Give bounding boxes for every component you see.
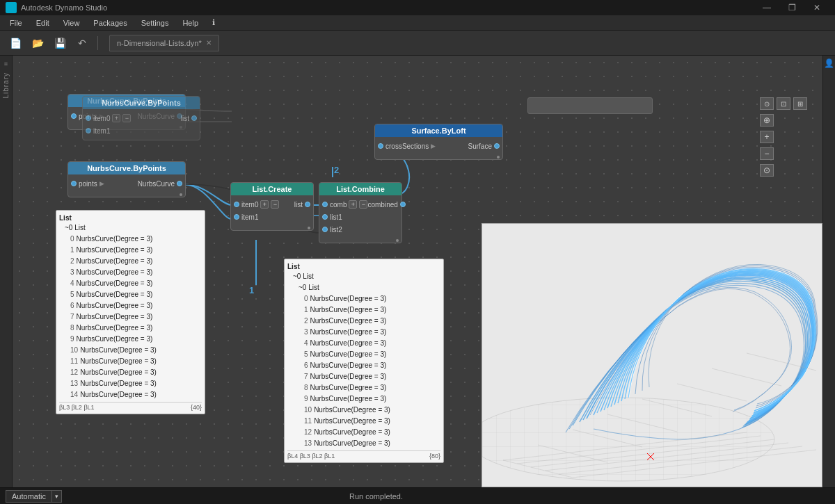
list-item-2-13: 12NurbsCurve(Degree = 3)	[287, 427, 440, 438]
canvas[interactable]: 2 1 NurbsCurve.ByPoints points ▶ NurbsCu…	[13, 56, 822, 487]
port-left-surface-cross: crossSections ▶	[375, 143, 436, 150]
port-label-nurbscurve2: NurbsCurve	[138, 180, 175, 188]
run-mode-button[interactable]: Automatic	[6, 490, 52, 503]
sidebar-toggle-icon[interactable]: ≡	[1, 58, 12, 70]
title-bar: Autodesk Dynamo Studio — ❐ ✕	[0, 0, 835, 15]
zoom-reset-btn[interactable]: ⊙	[760, 164, 774, 177]
port-right-nurbs2: NurbsCurve	[138, 180, 185, 188]
port-dot-points	[71, 113, 77, 119]
zoom-in-btn[interactable]: +	[760, 131, 774, 143]
list-item-1-12: 11NurbsCurve(Degree = 3)	[59, 356, 202, 367]
node-header-list-create: List.Create	[231, 183, 313, 195]
port-dot-surface-out	[494, 143, 500, 149]
port-dot-points2	[71, 181, 77, 186]
port-dot-combine-list2	[322, 227, 328, 232]
minimize-button[interactable]: —	[754, 0, 779, 15]
node-list-create[interactable]: List.Create item0 + − list	[230, 182, 314, 231]
list-item-1-5: 4NurbsCurve(Degree = 3)	[59, 278, 202, 289]
port-right-create-list: list	[294, 201, 313, 209]
port-row-partial-item0: item0 + − list	[83, 112, 200, 124]
port-label-combine-list1: list1	[330, 213, 342, 221]
view-toggle-row: ⊙ ⊡ ⊞	[760, 97, 807, 110]
save-button[interactable]: 💾	[50, 33, 70, 53]
node-list-combine[interactable]: List.Combine comb + − combined	[319, 182, 402, 243]
port-dot-item1-partial	[86, 128, 91, 133]
view-toggle-btn-3[interactable]: ⊞	[793, 97, 807, 110]
zoom-fit-btn[interactable]: ⊕	[760, 114, 774, 127]
port-dot-item0	[86, 115, 91, 121]
right-sidebar: 👤	[822, 56, 835, 487]
list-item-2-12: 11NurbsCurve(Degree = 3)	[287, 416, 440, 427]
new-button[interactable]: 📄	[6, 33, 25, 53]
port-right-combine-out: combined	[367, 201, 408, 209]
list-item-1-1: 0NurbsCurve(Degree = 3)	[59, 234, 202, 245]
menu-info[interactable]: ℹ	[205, 15, 222, 31]
port-dot-surface-cross	[378, 143, 383, 149]
port-left-create-item1: item1	[231, 213, 258, 221]
port-label-points2: points	[79, 180, 97, 188]
close-button[interactable]: ✕	[804, 0, 829, 15]
port-dot-create-item1	[234, 214, 239, 220]
toolbar-separator	[97, 36, 98, 50]
list-item-1-15: 14NurbsCurve(Degree = 3)	[59, 389, 202, 400]
list-item-1-2: 1NurbsCurve(Degree = 3)	[59, 245, 202, 256]
maximize-button[interactable]: ❐	[779, 0, 804, 15]
node-body-list-combine: comb + − combined list1	[319, 195, 401, 238]
port-label-surface-cross: crossSections	[385, 143, 429, 150]
list-item-2-root: ~0 List	[287, 271, 440, 282]
node-footer-surface	[375, 155, 502, 159]
list-item-2-11: 10NurbsCurve(Degree = 3)	[287, 405, 440, 416]
view-toggle-btn-1[interactable]: ⊙	[760, 97, 774, 110]
node-nurbs-partial-top[interactable]: NurbsCurve.ByPoints item0 + − list	[82, 96, 200, 140]
node-body-surface: crossSections ▶ Surface	[375, 137, 502, 155]
port-label-create-list: list	[294, 201, 303, 209]
menu-help[interactable]: Help	[175, 15, 205, 31]
view-toggle-btn-2[interactable]: ⊡	[777, 97, 790, 110]
port-minus-combine[interactable]: −	[359, 200, 367, 209]
undo-button[interactable]: ↶	[72, 33, 92, 53]
library-label[interactable]: Library	[2, 72, 10, 99]
port-left-combine-list1: list1	[319, 213, 342, 221]
list-item-2-9: 8NurbsCurve(Degree = 3)	[287, 382, 440, 393]
run-dropdown-button[interactable]: ▾	[52, 490, 62, 503]
port-left-item1-partial: item1	[83, 127, 110, 135]
tab-label: n-Dimensional-Lists.dyn*	[117, 39, 202, 47]
port-dot-create-out	[305, 202, 310, 207]
user-icon[interactable]: 👤	[824, 58, 834, 68]
left-sidebar: ≡ Library	[0, 56, 13, 487]
port-left-item0: item0 + −	[83, 114, 131, 122]
zoom-out-btn[interactable]: −	[760, 147, 774, 160]
menu-packages[interactable]: Packages	[86, 15, 134, 31]
port-arrow-surface: ▶	[431, 143, 436, 149]
menu-edit[interactable]: Edit	[29, 15, 56, 31]
port-minus-item0[interactable]: −	[122, 114, 131, 122]
list-item-1-14: 13NurbsCurve(Degree = 3)	[59, 378, 202, 389]
list-item-2-sub0: ~0 List	[287, 282, 440, 293]
node-footer-nurbs2	[68, 193, 185, 197]
menu-file[interactable]: File	[3, 15, 29, 31]
port-plus-create[interactable]: +	[260, 200, 269, 209]
list-item-2-5: 4NurbsCurve(Degree = 3)	[287, 338, 440, 349]
active-tab[interactable]: n-Dimensional-Lists.dyn* ✕	[109, 35, 219, 51]
run-control: Automatic ▾	[6, 490, 62, 503]
list-panel-1: List ~0 List 0NurbsCurve(Degree = 3) 1Nu…	[56, 210, 205, 414]
open-button[interactable]: 📂	[28, 33, 47, 53]
list-item-1-8: 7NurbsCurve(Degree = 3)	[59, 311, 202, 323]
port-minus-create[interactable]: −	[271, 200, 279, 209]
menu-view[interactable]: View	[56, 15, 87, 31]
menu-settings[interactable]: Settings	[134, 15, 176, 31]
port-plus-item0[interactable]: +	[112, 114, 120, 122]
node-nurbs-bypoints-2[interactable]: NurbsCurve.ByPoints points ▶ NurbsCurve	[67, 161, 186, 197]
run-mode-label: Automatic	[12, 492, 46, 501]
tab-close-icon[interactable]: ✕	[206, 39, 212, 47]
port-left-points2: points ▶	[68, 180, 104, 188]
port-right-surface-out: Surface	[468, 143, 502, 150]
list-item-2-10: 9NurbsCurve(Degree = 3)	[287, 393, 440, 405]
window-controls: — ❐ ✕	[754, 0, 829, 15]
port-row-surface-cross: crossSections ▶ Surface	[375, 140, 502, 152]
port-plus-combine[interactable]: +	[349, 200, 357, 209]
node-surface-byloft[interactable]: Surface.ByLoft crossSections ▶ Surface	[374, 124, 503, 160]
node-header-nurbs2: NurbsCurve.ByPoints	[68, 162, 185, 174]
list-item-1-3: 2NurbsCurve(Degree = 3)	[59, 256, 202, 267]
list-panel-1-header: List	[59, 213, 202, 222]
